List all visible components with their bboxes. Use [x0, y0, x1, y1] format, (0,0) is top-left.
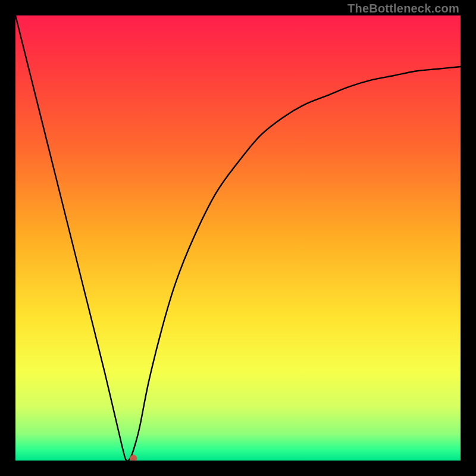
chart-background [15, 15, 461, 461]
watermark-text: TheBottleneck.com [347, 2, 459, 15]
chart-frame [15, 15, 461, 461]
bottleneck-chart [15, 15, 461, 461]
